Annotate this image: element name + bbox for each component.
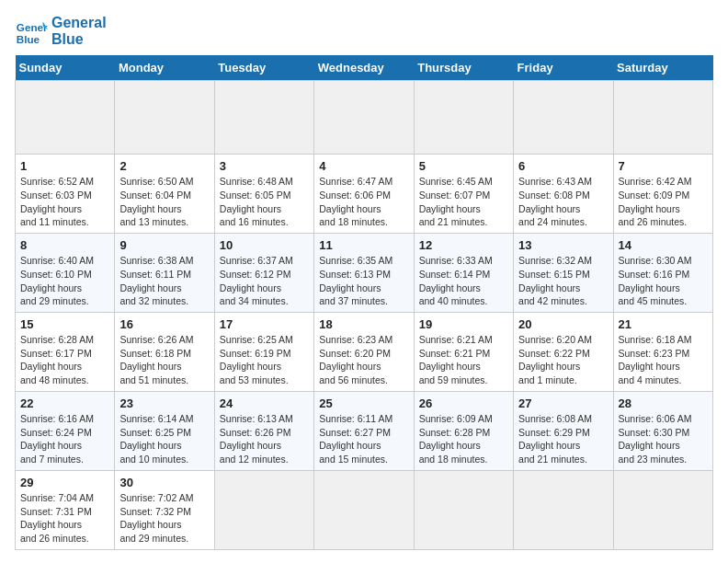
calendar-cell: 20Sunrise: 6:20 AMSunset: 6:22 PMDayligh…	[514, 312, 613, 391]
calendar-cell: 18Sunrise: 6:23 AMSunset: 6:20 PMDayligh…	[314, 312, 414, 391]
day-number: 25	[319, 396, 408, 412]
day-number: 28	[619, 396, 708, 412]
calendar-table: SundayMondayTuesdayWednesdayThursdayFrid…	[15, 55, 713, 550]
calendar-cell	[16, 81, 115, 155]
day-number: 17	[220, 316, 309, 333]
day-number: 4	[319, 158, 408, 175]
day-number: 27	[518, 396, 608, 412]
day-number: 14	[619, 237, 708, 254]
calendar-cell: 10Sunrise: 6:37 AMSunset: 6:12 PMDayligh…	[214, 233, 313, 312]
day-number: 20	[518, 316, 608, 333]
day-number: 1	[20, 158, 109, 175]
calendar-cell: 13Sunrise: 6:32 AMSunset: 6:15 PMDayligh…	[514, 233, 613, 312]
calendar-cell	[314, 470, 414, 549]
dow-header: Saturday	[613, 55, 712, 81]
calendar-cell	[613, 470, 712, 549]
calendar-cell	[115, 81, 214, 155]
page-header: General Blue General Blue	[15, 15, 713, 48]
day-number: 7	[619, 158, 708, 175]
calendar-cell: 28Sunrise: 6:06 AMSunset: 6:30 PMDayligh…	[613, 391, 712, 470]
calendar-cell	[514, 470, 613, 549]
day-number: 18	[319, 316, 408, 333]
calendar-cell	[414, 81, 513, 155]
day-number: 9	[119, 237, 209, 254]
calendar-cell	[514, 81, 613, 155]
calendar-cell: 16Sunrise: 6:26 AMSunset: 6:18 PMDayligh…	[115, 312, 214, 391]
day-number: 8	[20, 237, 109, 254]
day-number: 19	[419, 316, 508, 333]
day-number: 13	[518, 237, 608, 254]
day-number: 3	[220, 158, 309, 175]
calendar-cell: 26Sunrise: 6:09 AMSunset: 6:28 PMDayligh…	[414, 391, 513, 470]
calendar-cell: 12Sunrise: 6:33 AMSunset: 6:14 PMDayligh…	[414, 233, 513, 312]
logo-blue: Blue	[51, 31, 107, 48]
dow-header: Wednesday	[314, 55, 414, 81]
calendar-cell	[613, 81, 712, 155]
calendar-cell	[414, 470, 513, 549]
day-number: 15	[20, 316, 109, 333]
day-number: 23	[119, 396, 209, 412]
dow-header: Monday	[115, 55, 214, 81]
calendar-cell: 4Sunrise: 6:47 AMSunset: 6:06 PMDaylight…	[314, 155, 414, 234]
calendar-cell: 6Sunrise: 6:43 AMSunset: 6:08 PMDaylight…	[514, 155, 613, 234]
logo: General Blue General Blue	[15, 15, 107, 48]
dow-header: Tuesday	[214, 55, 313, 81]
calendar-cell	[314, 81, 414, 155]
dow-header: Sunday	[16, 55, 115, 81]
calendar-cell: 29Sunrise: 7:04 AMSunset: 7:31 PMDayligh…	[16, 470, 115, 549]
calendar-cell: 8Sunrise: 6:40 AMSunset: 6:10 PMDaylight…	[16, 233, 115, 312]
calendar-cell: 3Sunrise: 6:48 AMSunset: 6:05 PMDaylight…	[214, 155, 313, 234]
calendar-cell: 15Sunrise: 6:28 AMSunset: 6:17 PMDayligh…	[16, 312, 115, 391]
day-number: 24	[220, 396, 309, 412]
calendar-cell: 9Sunrise: 6:38 AMSunset: 6:11 PMDaylight…	[115, 233, 214, 312]
calendar-cell: 7Sunrise: 6:42 AMSunset: 6:09 PMDaylight…	[613, 155, 712, 234]
logo-icon: General Blue	[15, 15, 48, 48]
calendar-cell: 19Sunrise: 6:21 AMSunset: 6:21 PMDayligh…	[414, 312, 513, 391]
calendar-cell: 1Sunrise: 6:52 AMSunset: 6:03 PMDaylight…	[16, 155, 115, 234]
day-number: 21	[619, 316, 708, 333]
day-number: 5	[419, 158, 508, 175]
calendar-cell: 25Sunrise: 6:11 AMSunset: 6:27 PMDayligh…	[314, 391, 414, 470]
calendar-cell: 14Sunrise: 6:30 AMSunset: 6:16 PMDayligh…	[613, 233, 712, 312]
calendar-cell: 22Sunrise: 6:16 AMSunset: 6:24 PMDayligh…	[16, 391, 115, 470]
calendar-cell: 11Sunrise: 6:35 AMSunset: 6:13 PMDayligh…	[314, 233, 414, 312]
calendar-cell: 17Sunrise: 6:25 AMSunset: 6:19 PMDayligh…	[214, 312, 313, 391]
day-number: 30	[119, 475, 209, 491]
day-number: 10	[220, 237, 309, 254]
dow-header: Friday	[514, 55, 613, 81]
calendar-cell: 23Sunrise: 6:14 AMSunset: 6:25 PMDayligh…	[115, 391, 214, 470]
calendar-cell	[214, 81, 313, 155]
day-number: 6	[518, 158, 608, 175]
day-number: 12	[419, 237, 508, 254]
logo-general: General	[51, 15, 107, 31]
calendar-cell: 24Sunrise: 6:13 AMSunset: 6:26 PMDayligh…	[214, 391, 313, 470]
day-number: 22	[20, 396, 109, 412]
day-number: 2	[119, 158, 209, 175]
dow-header: Thursday	[414, 55, 513, 81]
day-number: 16	[119, 316, 209, 333]
calendar-cell: 27Sunrise: 6:08 AMSunset: 6:29 PMDayligh…	[514, 391, 613, 470]
calendar-cell: 30Sunrise: 7:02 AMSunset: 7:32 PMDayligh…	[115, 470, 214, 549]
calendar-cell: 21Sunrise: 6:18 AMSunset: 6:23 PMDayligh…	[613, 312, 712, 391]
day-number: 26	[419, 396, 508, 412]
calendar-cell: 2Sunrise: 6:50 AMSunset: 6:04 PMDaylight…	[115, 155, 214, 234]
calendar-cell	[214, 470, 313, 549]
calendar-cell: 5Sunrise: 6:45 AMSunset: 6:07 PMDaylight…	[414, 155, 513, 234]
svg-text:Blue: Blue	[17, 33, 40, 45]
day-number: 11	[319, 237, 408, 254]
day-number: 29	[20, 475, 109, 491]
